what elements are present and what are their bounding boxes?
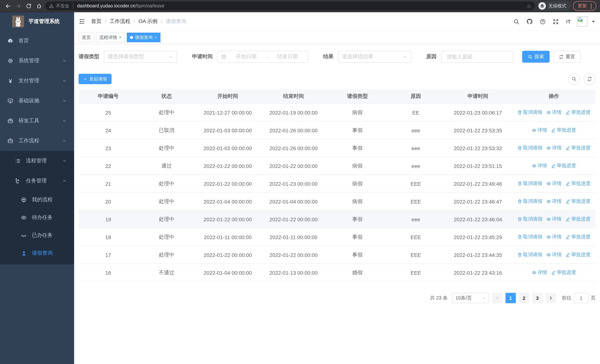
detail-action-link[interactable]: 详情 [546, 180, 562, 187]
monitor-icon [7, 98, 13, 104]
detail-action-link[interactable]: 详情 [532, 269, 547, 276]
cancel-action-link[interactable]: 取消请假 [517, 234, 542, 240]
tab-label: 请假查询 [135, 33, 153, 42]
sidebar-item-6[interactable]: 流程管理 [0, 151, 74, 171]
sidebar-item-2[interactable]: ¥支付管理 [0, 71, 74, 91]
progress-action-link[interactable]: 审批进度 [551, 163, 576, 169]
page-button-2[interactable]: 2 [519, 293, 529, 303]
prev-page-button[interactable] [492, 293, 503, 303]
detail-action-link[interactable]: 详情 [546, 198, 562, 205]
action-label: 详情 [552, 198, 562, 205]
progress-action-link[interactable]: 审批进度 [551, 127, 576, 134]
tab-close-icon[interactable]: × [119, 35, 122, 40]
progress-action-link[interactable]: 审批进度 [565, 234, 591, 240]
breadcrumb-item[interactable]: 首页 [91, 18, 102, 25]
cell-applied: 2022-01-22 23:46:47 [444, 193, 512, 210]
tab-请假查询[interactable]: 请假查询× [127, 33, 160, 42]
start-date-input[interactable]: 开始日期 [229, 53, 263, 60]
cell-id: 24 [79, 121, 138, 139]
sidebar-item-11[interactable]: 请假查询 [0, 244, 74, 262]
sidebar-item-10[interactable]: 已办任务 [0, 226, 74, 244]
table-row-16: 16不通过2022-01-04 00:00:002022-01-13 00:00… [79, 264, 596, 281]
security-label: 不安全 [56, 3, 69, 9]
search-button[interactable]: 搜索 [522, 51, 550, 63]
chevron-up-icon [62, 139, 67, 143]
goto-page-input[interactable] [574, 293, 589, 303]
browser-back-icon[interactable] [4, 2, 12, 10]
progress-action-link[interactable]: 审批进度 [565, 198, 591, 205]
page-size-select[interactable]: 10条/页 [452, 293, 489, 303]
sidebar-collapse-icon[interactable] [79, 18, 85, 25]
cancel-action-link[interactable]: 取消请假 [517, 109, 542, 116]
progress-action-link[interactable]: 审批进度 [565, 109, 591, 116]
sidebar-item-5[interactable]: 工作流程 [0, 131, 74, 151]
sidebar-item-7[interactable]: 任务管理 [0, 171, 74, 191]
reset-button[interactable]: 重置 [553, 51, 581, 63]
cell-actions: 取消请假详情审批进度 [512, 210, 596, 228]
cancel-action-link[interactable]: 取消请假 [517, 198, 542, 205]
sidebar-item-1[interactable]: 系统管理 [0, 51, 74, 71]
browser-forward-icon[interactable] [14, 2, 22, 10]
detail-action-link[interactable]: 详情 [546, 145, 562, 151]
show-search-button[interactable] [568, 73, 580, 85]
progress-action-link[interactable]: 审批进度 [551, 269, 576, 276]
page-button-1[interactable]: 1 [506, 293, 516, 303]
sidebar-item-4[interactable]: 研发工具 [0, 111, 74, 131]
apply-time-range-picker[interactable]: 开始日期 - 结束日期 [217, 51, 308, 63]
cell-end: 2022-01-26 00:00:00 [260, 121, 327, 139]
detail-action-link[interactable]: 详情 [546, 252, 562, 258]
sidebar-item-0[interactable]: 首页 [0, 31, 74, 51]
sidebar-item-label: 系统管理 [19, 57, 62, 64]
progress-action-link[interactable]: 审批进度 [565, 252, 591, 258]
detail-action-link[interactable]: 详情 [546, 234, 562, 240]
header-search-icon[interactable] [514, 18, 520, 25]
cell-type: 病假 [327, 193, 388, 210]
refresh-table-button[interactable] [584, 73, 596, 85]
browser-reload-icon[interactable] [24, 2, 33, 10]
cancel-action-link[interactable]: 取消请假 [517, 145, 542, 151]
help-icon[interactable] [540, 18, 546, 25]
sidebar-item-3[interactable]: 基础设施 [0, 91, 74, 111]
cancel-action-link[interactable]: 取消请假 [517, 252, 542, 258]
sidebar-item-8[interactable]: 我的流程 [0, 191, 74, 209]
detail-action-link[interactable]: 详情 [532, 127, 547, 134]
next-page-button[interactable] [545, 293, 556, 303]
leave-type-select[interactable]: 请选择请假类型 [104, 51, 177, 63]
sidebar-item-label: 首页 [19, 37, 74, 44]
user-avatar[interactable] [577, 16, 587, 27]
action-label: 详情 [552, 216, 562, 223]
detail-action-link[interactable]: 详情 [546, 216, 562, 223]
breadcrumb-item[interactable]: 工作流程 [110, 18, 131, 25]
action-label: 详情 [538, 269, 547, 276]
progress-action-link[interactable]: 审批进度 [565, 180, 591, 187]
tab-close-icon[interactable]: × [155, 35, 157, 40]
address-bar[interactable]: 不安全 dashboard.yudao.iocoder.cn/bpm/oa/le… [45, 1, 535, 10]
progress-action-link[interactable]: 审批进度 [565, 216, 591, 223]
sidebar-item-9[interactable]: 待办任务 [0, 209, 74, 226]
cancel-action-link[interactable]: 取消请假 [517, 180, 542, 187]
avatar-caret-icon[interactable] [592, 20, 595, 22]
end-date-input[interactable]: 结束日期 [271, 53, 304, 60]
detail-action-link[interactable]: 详情 [546, 109, 562, 116]
tab-首页[interactable]: 首页 [79, 33, 94, 42]
cell-type: 婚假 [327, 264, 388, 281]
fullscreen-icon[interactable] [553, 18, 559, 25]
result-select[interactable]: 请选择流结果 [338, 51, 411, 63]
font-size-icon[interactable]: TT [566, 19, 570, 24]
page-button-3[interactable]: 3 [532, 293, 543, 303]
yen-icon: ¥ [7, 78, 13, 84]
browser-home-icon[interactable] [35, 2, 43, 10]
detail-action-link[interactable]: 详情 [532, 163, 547, 169]
bookmark-star-icon[interactable]: ☆ [526, 3, 531, 9]
github-icon[interactable] [526, 18, 533, 25]
pen-icon [565, 181, 570, 186]
reason-input[interactable] [446, 53, 508, 60]
progress-action-link[interactable]: 审批进度 [565, 145, 591, 151]
browser-menu-icon[interactable] [590, 3, 593, 9]
create-leave-button[interactable]: ＋ 发起请假 [79, 74, 112, 84]
update-button[interactable]: 更新 [573, 1, 596, 11]
tab-流程详情[interactable]: 流程详情× [96, 33, 125, 42]
cancel-action-link[interactable]: 取消请假 [517, 216, 542, 223]
sidebar-logo[interactable]: 芋道管理系统 [0, 12, 74, 31]
breadcrumb-item[interactable]: OA 示例 [139, 18, 158, 25]
